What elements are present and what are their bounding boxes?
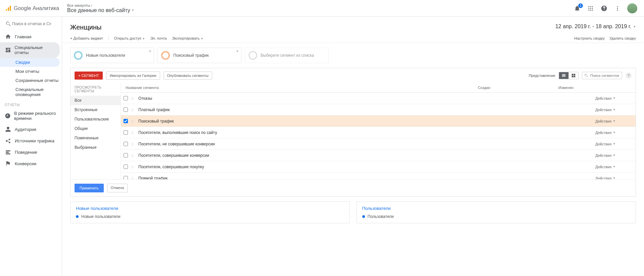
search-icon [5,21,11,27]
panel-footer: Применить Отмена [71,179,636,196]
row-checkbox[interactable] [124,165,128,169]
row-actions[interactable]: Действия ▼ [595,96,636,100]
row-actions[interactable]: Действия ▼ [595,142,636,146]
table-row[interactable]: ☆Платный трафикДействия ▼ [121,104,636,116]
top-bar: Google Аналитика Все аккаунты › Все данн… [0,0,644,17]
flag-icon [5,160,11,167]
help-icon [601,5,607,12]
table-row[interactable]: ☆Прямой трафикДействия ▼ [121,173,636,179]
widget-title[interactable]: Пользователи [362,206,631,211]
segment-chip-new-users[interactable]: Новые пользователи ▼ [70,48,154,63]
segment-chip-search-traffic[interactable]: Поисковый трафик ▼ [157,48,241,63]
star-icon[interactable]: ☆ [130,141,137,147]
date-range-picker[interactable]: 12 апр. 2019 г. - 18 апр. 2019 г. ▼ [555,24,636,30]
nav-acquisition[interactable]: Источники трафика [0,135,60,146]
row-actions[interactable]: Действия ▼ [595,119,636,123]
legend-dot-icon [362,215,365,218]
star-icon[interactable]: ☆ [130,107,137,112]
export-button[interactable]: Экспортировать ▼ [172,36,203,40]
row-actions[interactable]: Действия ▼ [595,176,636,180]
star-icon[interactable]: ☆ [130,130,137,135]
svg-point-11 [592,9,593,10]
add-widget-button[interactable]: + Добавить виджет [70,36,103,40]
import-gallery-button[interactable]: Импортировать из Галереи [106,72,160,80]
row-checkbox[interactable] [124,153,128,157]
nav-home[interactable]: Главная [0,31,60,42]
star-icon[interactable]: ☆ [130,176,137,180]
segment-chip-add[interactable]: Выберите сегмент из списка [245,48,329,63]
filter-all[interactable]: Все [71,96,121,105]
more-vert-icon [614,5,620,11]
row-checkbox[interactable] [124,119,128,123]
publish-segments-button[interactable]: Опубликовать сегменты [164,72,212,80]
row-checkbox[interactable] [124,96,128,100]
custom-reports-submenu: Сводки Мои отчеты Сохраненные отчеты Спе… [0,58,62,99]
reports-section-label: Отчёты [0,99,62,108]
apps-grid-icon [588,5,594,11]
more-button[interactable] [614,5,621,12]
help-button[interactable] [600,5,608,12]
row-checkbox[interactable] [124,130,128,135]
row-actions[interactable]: Действия ▼ [595,153,636,157]
customize-dashboard-button[interactable]: Настроить сводку [574,36,605,40]
star-icon[interactable]: ☆ [130,96,137,101]
nav-realtime[interactable]: В режиме реального времени [0,108,60,124]
star-icon[interactable]: ☆ [130,119,137,124]
view-list-button[interactable] [559,72,568,79]
svg-point-8 [592,8,593,9]
segment-name: Посетители, совершившие конверсии [137,151,448,160]
account-avatar[interactable] [627,3,637,13]
row-actions[interactable]: Действия ▼ [595,165,636,169]
subnav-saved-reports[interactable]: Сохраненные отчеты [15,76,62,85]
sidebar-search-input[interactable] [11,21,52,27]
table-row[interactable]: ☆ОтказыДействия ▼ [121,93,636,104]
row-checkbox[interactable] [124,107,128,112]
view-breadcrumb[interactable]: Все аккаунты › Все данные по веб-сайту ▼ [62,3,573,13]
star-icon[interactable]: ☆ [130,153,137,158]
caret-down-icon: ▼ [148,49,152,53]
row-checkbox[interactable] [124,142,128,146]
sidebar-search[interactable] [0,19,62,31]
col-name[interactable]: Название сегмента [121,83,474,92]
apply-button[interactable]: Применить [75,184,104,192]
email-button[interactable]: Эл. почта [150,36,167,40]
apps-button[interactable] [587,5,594,12]
nav-audience[interactable]: Аудитория [0,124,60,135]
filter-starred[interactable]: Помеченные [71,133,121,143]
delete-dashboard-button[interactable]: Удалить сводку [609,36,636,40]
nav-behavior[interactable]: Поведение [0,146,60,158]
new-segment-button[interactable]: + СЕГМЕНТ [75,72,103,80]
table-row[interactable]: ☆Посетители, совершившие конверсииДейств… [121,150,636,161]
filter-builtin[interactable]: Встроенные [71,105,121,114]
share-button[interactable]: Открыть доступ ▼ [114,36,145,40]
row-actions[interactable]: Действия ▼ [595,131,636,135]
filter-shared[interactable]: Общие [71,124,121,133]
subnav-my-reports[interactable]: Мои отчеты [15,67,62,76]
table-row[interactable]: ☆Посетители, выполнявшие поиск по сайтуД… [121,127,636,138]
view-grid-button[interactable] [568,72,578,79]
table-row[interactable]: ☆Посетители, не совершившие конверсииДей… [121,138,636,150]
row-actions[interactable]: Действия ▼ [595,108,636,112]
nav-conversions[interactable]: Конверсии [0,158,60,169]
col-modified[interactable]: Изменен [555,83,636,92]
notifications-button[interactable]: 1 [573,5,581,12]
brand-name: Google Аналитика [14,5,59,11]
table-body[interactable]: ☆ОтказыДействия ▼☆Платный трафикДействия… [121,93,636,179]
product-logo[interactable]: Google Аналитика [0,5,62,12]
svg-rect-2 [10,5,11,11]
widget-title[interactable]: Новые пользователи [76,206,344,211]
star-icon[interactable]: ☆ [130,164,137,170]
panel-help-button[interactable]: ? [626,73,632,79]
table-row[interactable]: ☆Поисковый трафикДействия ▼ [121,116,636,127]
segment-search[interactable] [582,72,622,79]
nav-custom-reports[interactable]: Специальные отчеты [0,42,60,58]
cancel-button[interactable]: Отмена [107,184,128,192]
filter-selected[interactable]: Выбранные [71,143,121,152]
subnav-dashboards[interactable]: Сводки [0,58,60,67]
row-checkbox[interactable] [124,176,128,179]
col-created[interactable]: Создан [474,83,555,92]
filter-custom[interactable]: Пользовательские [71,114,121,124]
table-row[interactable]: ☆Посетители, совершившие покупкуДействия… [121,161,636,173]
segment-search-input[interactable] [590,73,620,78]
subnav-custom-alerts[interactable]: Специальные оповещения [15,85,62,99]
